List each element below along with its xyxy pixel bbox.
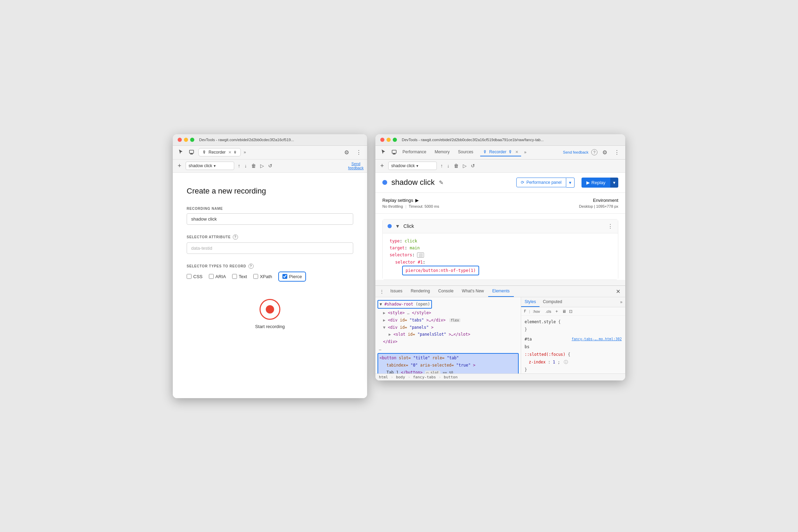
replay-dropdown-button[interactable]: ▾ [610, 178, 618, 188]
tab-recorder-active[interactable]: 🎙 Recorder 🎙 ✕ [480, 148, 521, 156]
tab-icon2: 🎙 [234, 151, 237, 154]
tab-rendering[interactable]: Rendering [407, 286, 434, 297]
selector-types-help-icon[interactable]: ? [248, 264, 254, 269]
recorder-tab-close[interactable]: ✕ [228, 150, 231, 155]
css-checkbox[interactable] [187, 274, 192, 279]
style-line[interactable]: ▶ <style> … </style> [377, 309, 519, 317]
settings-icon[interactable]: ⚙ [342, 148, 351, 157]
pierce-checkbox[interactable] [282, 274, 287, 279]
replay-icon-small[interactable]: ↺ [267, 162, 273, 170]
aria-checkbox[interactable] [209, 274, 214, 279]
close-button[interactable] [178, 138, 182, 142]
maximize-button-right[interactable] [393, 138, 397, 142]
delete-button-right[interactable]: 🗑 [453, 162, 460, 170]
replay-settings-title[interactable]: Replay settings ▶ [382, 198, 572, 203]
tab-performance[interactable]: Performance [401, 148, 428, 156]
more-tabs-right[interactable]: » [524, 150, 526, 155]
performance-panel-button[interactable]: ⟳ Performance panel [516, 178, 566, 187]
devtools-more-icon[interactable]: ⋮ [377, 287, 386, 296]
cursor-icon[interactable] [176, 148, 185, 157]
delete-button[interactable]: 🗑 [250, 162, 257, 170]
step-play-button-right[interactable]: ▷ [462, 162, 468, 170]
replay-main-button[interactable]: ▶ Replay [581, 178, 610, 188]
start-recording-button[interactable] [260, 299, 280, 320]
breadcrumb-html[interactable]: html [379, 375, 388, 379]
breadcrumb-button[interactable]: button [444, 375, 458, 379]
recording-actions-right: ↑ ↓ 🗑 ▷ ↺ [440, 162, 476, 170]
css-checkbox-item[interactable]: CSS [187, 274, 203, 279]
device-icon[interactable] [187, 148, 196, 157]
info-icon[interactable]: ⓘ [564, 360, 568, 364]
export-button-right[interactable]: ↑ [440, 162, 444, 170]
prop-selectors: selectors [390, 252, 412, 257]
recording-name-dropdown[interactable]: shadow click ▾ [186, 162, 234, 170]
more-options-right[interactable]: ⋮ [612, 148, 622, 157]
text-checkbox[interactable] [232, 274, 237, 279]
more-tabs-button[interactable]: » [244, 150, 246, 155]
bc-sep-3: › [439, 375, 441, 379]
button-line[interactable]: <button slot= "title" role= "tab" tabind… [377, 353, 519, 374]
pierce-checkbox-item[interactable]: Pierce [282, 274, 302, 279]
devtools-close-icon[interactable]: ✕ [613, 287, 623, 296]
xpath-checkbox[interactable] [253, 274, 258, 279]
tab-console[interactable]: Console [434, 286, 458, 297]
tab-issues[interactable]: Issues [386, 286, 407, 297]
cursor-icon-right[interactable] [379, 148, 387, 157]
tab-sources[interactable]: Sources [457, 148, 475, 156]
selector-attr-help-icon[interactable]: ? [233, 234, 238, 240]
environment-type: Desktop [579, 204, 593, 208]
selector-attr-input[interactable] [187, 242, 353, 254]
computed-tab[interactable]: Computed [540, 297, 566, 307]
filter-hov[interactable]: :hov [533, 309, 540, 314]
recording-name-input[interactable] [187, 213, 353, 225]
breadcrumb-fancy-tabs[interactable]: fancy-tabs [413, 375, 436, 379]
replay-icon-small-right[interactable]: ↺ [470, 162, 476, 170]
breadcrumb-body[interactable]: body [396, 375, 405, 379]
help-icon-right[interactable]: ? [591, 149, 597, 155]
send-feedback-button-left[interactable]: Sendfeedback [348, 162, 364, 170]
recorder-tab-close-right[interactable]: ✕ [515, 150, 518, 154]
recorder-tab[interactable]: 🎙 Recorder ✕ 🎙 [198, 148, 241, 156]
add-recording-button[interactable]: + [176, 162, 183, 170]
minimize-button-right[interactable] [387, 138, 391, 142]
aria-checkbox-item[interactable]: ARIA [209, 274, 226, 279]
shadow-root-line[interactable]: ▼ #shadow-root (open) [377, 300, 432, 309]
recording-dropdown-right[interactable]: shadow click ▾ [388, 162, 437, 170]
styles-more-icon[interactable]: » [617, 298, 625, 306]
filter-icon1[interactable]: 🖥 [562, 309, 566, 314]
tab-memory[interactable]: Memory [433, 148, 451, 156]
step-more-icon[interactable]: ⋮ [608, 223, 613, 230]
tabs-div-line[interactable]: ▶ <div id= "tabs" >…</div> flex [377, 317, 519, 324]
tab-whats-new[interactable]: What's New [458, 286, 488, 297]
import-button[interactable]: ↓ [244, 162, 248, 170]
tab-elements[interactable]: Elements [488, 286, 514, 297]
z-index-colon: : [548, 360, 553, 364]
rule-source-link[interactable]: fancy-tabs-….mo.html:302 [572, 336, 622, 342]
filter-icon2[interactable]: ⊡ [569, 309, 572, 314]
slot-line[interactable]: ▶ <slot id= "panelsSlot" >…</slot> [377, 331, 519, 338]
import-button-right[interactable]: ↓ [446, 162, 451, 170]
maximize-button[interactable] [190, 138, 194, 142]
more-options-icon[interactable]: ⋮ [354, 148, 364, 157]
export-button[interactable]: ↑ [237, 162, 241, 170]
close-button-right[interactable] [380, 138, 384, 142]
right-top-toolbar: Performance Memory Sources 🎙 Recorder 🎙 … [375, 146, 625, 160]
settings-icon-right[interactable]: ⚙ [600, 148, 609, 157]
filter-plus[interactable]: + [555, 309, 558, 314]
step-play-button[interactable]: ▷ [259, 162, 265, 170]
step-expand-icon[interactable]: ▼ [395, 223, 400, 229]
add-recording-button-right[interactable]: + [379, 162, 385, 170]
filter-cls[interactable]: .cls [545, 309, 551, 314]
edit-icon[interactable]: ✎ [439, 179, 443, 186]
xpath-checkbox-item[interactable]: XPath [253, 274, 272, 279]
panels-open: > [431, 325, 434, 330]
styles-tab[interactable]: Styles [521, 297, 540, 307]
breadcrumb-bar: html › body › fancy-tabs › button [375, 374, 625, 380]
perf-panel-dropdown-button[interactable]: ▾ [566, 178, 575, 188]
panels-div-line[interactable]: ▼ <div id= "panels" > [377, 324, 519, 331]
minimize-button[interactable] [184, 138, 188, 142]
send-feedback-link-right[interactable]: Send feedback [563, 150, 588, 154]
device-icon-right[interactable] [390, 148, 398, 157]
text-checkbox-item[interactable]: Text [232, 274, 247, 279]
dropdown-chevron-right: ▾ [416, 164, 418, 168]
